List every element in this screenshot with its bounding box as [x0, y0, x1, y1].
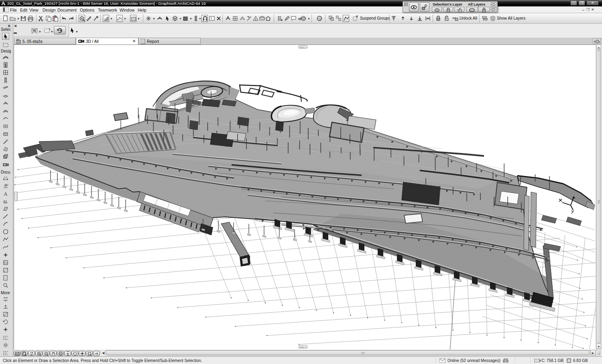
svg-text:S: S — [5, 299, 6, 302]
svg-text:G: G — [319, 17, 321, 20]
svg-text:T: T — [210, 17, 212, 20]
svg-text:1,2: 1,2 — [4, 176, 7, 178]
svg-text:A: A — [4, 191, 8, 197]
svg-text:12: 12 — [6, 184, 8, 186]
